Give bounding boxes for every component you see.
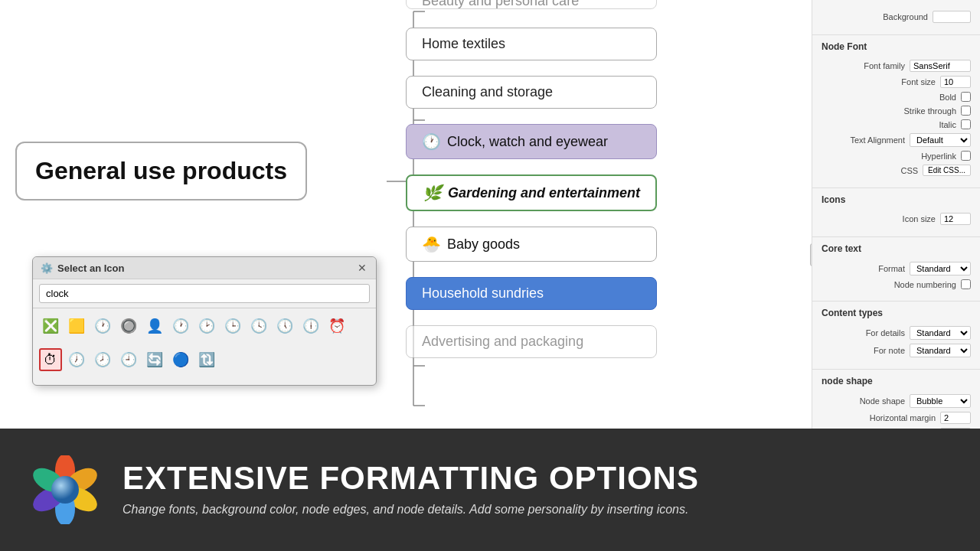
gardening-icon: 🌿 <box>423 184 442 202</box>
horizontal-margin-label: Horizontal margin <box>822 413 936 422</box>
icon-cell-11[interactable]: ⏰ <box>325 315 348 337</box>
icon-cell-7[interactable]: 🕒 <box>221 315 244 337</box>
node-numbering-label: Node numbering <box>822 280 956 289</box>
baby-node[interactable]: 🐣 Baby goods <box>406 227 657 262</box>
node-shape-select[interactable]: Bubble <box>910 394 971 408</box>
advertising-label: Advertising and packaging <box>422 334 583 350</box>
font-size-input[interactable] <box>940 76 971 88</box>
background-section: Background <box>812 6 980 31</box>
icon-cell-0[interactable]: ❎ <box>39 315 62 337</box>
icon-cell-18[interactable]: 🔃 <box>195 348 218 371</box>
home-textiles-node[interactable]: Home textiles <box>406 28 657 60</box>
icon-cell-15[interactable]: 🕘 <box>117 348 140 371</box>
baby-label: Baby goods <box>447 236 520 253</box>
font-size-label: Font size <box>822 77 936 86</box>
hyperlink-label: Hyperlink <box>822 152 956 161</box>
icon-cell-3[interactable]: 🔘 <box>117 315 140 337</box>
edit-css-button[interactable]: Edit CSS... <box>923 165 971 176</box>
icon-cell-2[interactable]: 🕐 <box>91 315 114 337</box>
icon-cell-5[interactable]: 🕐 <box>169 315 192 337</box>
icon-cell-4[interactable]: 👤 <box>143 315 166 337</box>
dialog-titlebar: ⚙️ Select an Icon ✕ <box>33 257 376 279</box>
icon-cell-9[interactable]: 🕔 <box>273 315 296 337</box>
italic-row: Italic <box>822 119 971 129</box>
banner-subtitle: Change fonts, background color, node edg… <box>122 500 949 519</box>
nodes-container: Beauty and personal care Home textiles C… <box>406 0 657 358</box>
dialog-icons-grid: ❎ 🟨 🕐 🔘 👤 🕐 🕑 🕒 🕓 🕔 🕕 ⏰ ⏱ 🕖 🕗 🕘 🔄 🔵 🔃 <box>33 308 376 385</box>
clock-node[interactable]: 🕐 Clock, watch and eyewear <box>406 124 657 159</box>
font-family-input[interactable] <box>910 60 971 72</box>
font-family-row: Font family <box>822 60 971 72</box>
icon-cell-1[interactable]: 🟨 <box>65 315 88 337</box>
text-alignment-row: Text Alignment Default <box>822 133 971 147</box>
bold-label: Bold <box>822 93 956 102</box>
for-note-row: For note Standard <box>822 344 971 357</box>
for-note-select[interactable]: Standard <box>910 344 971 357</box>
node-shape-label: Node shape <box>822 396 905 406</box>
hyperlink-row: Hyperlink <box>822 151 971 161</box>
strikethrough-label: Strike through <box>822 106 956 116</box>
gardening-label: Gardening and entertainment <box>448 185 640 201</box>
household-node[interactable]: Household sundries <box>406 277 657 310</box>
icon-search-input[interactable] <box>39 284 370 303</box>
icon-cell-6[interactable]: 🕑 <box>195 315 218 337</box>
root-node-label: General use products <box>35 157 287 184</box>
icon-cell-17[interactable]: 🔵 <box>169 348 192 371</box>
icons-header: Icons <box>812 187 980 208</box>
beauty-node[interactable]: Beauty and personal care <box>406 0 657 9</box>
right-panel: Background Node Font Font family Font si… <box>812 0 980 429</box>
bottom-banner: EXTENSIVE FORMATTING OPTIONS Change font… <box>0 429 980 551</box>
for-details-label: For details <box>822 328 905 337</box>
bold-checkbox[interactable] <box>961 92 971 102</box>
icons-section: Icon size <box>812 208 980 233</box>
node-shape-row: Node shape Bubble <box>822 394 971 408</box>
font-family-label: Font family <box>822 61 905 70</box>
node-numbering-row: Node numbering <box>822 279 971 289</box>
beauty-node-label: Beauty and personal care <box>422 0 579 9</box>
text-alignment-select[interactable]: Default <box>910 133 971 147</box>
horizontal-margin-row: Horizontal margin <box>822 412 971 424</box>
baby-icon: 🐣 <box>422 235 441 253</box>
background-row: Background <box>822 11 971 23</box>
core-text-section: Format Standard Node numbering <box>812 257 980 298</box>
core-text-header: Core text <box>812 236 980 257</box>
hyperlink-checkbox[interactable] <box>961 151 971 161</box>
italic-checkbox[interactable] <box>961 119 971 129</box>
advertising-node[interactable]: Advertising and packaging <box>406 325 657 358</box>
dialog-close-button[interactable]: ✕ <box>356 262 368 274</box>
svg-point-16 <box>51 476 79 504</box>
root-node[interactable]: General use products <box>15 142 307 201</box>
for-details-select[interactable]: Standard <box>910 326 971 340</box>
font-size-row: Font size <box>822 76 971 88</box>
icon-cell-12[interactable]: ⏱ <box>39 348 62 371</box>
icon-cell-14[interactable]: 🕗 <box>91 348 114 371</box>
node-shape-section: Node shape Bubble Horizontal margin Vert… <box>812 390 980 429</box>
horizontal-margin-input[interactable] <box>940 412 971 424</box>
icon-cell-8[interactable]: 🕓 <box>247 315 270 337</box>
css-row: CSS Edit CSS... <box>822 165 971 176</box>
node-font-section: Font family Font size Bold Strike throug… <box>812 55 980 184</box>
for-details-row: For details Standard <box>822 326 971 340</box>
dialog-title-left: ⚙️ Select an Icon <box>41 262 124 274</box>
format-select[interactable]: Standard <box>910 262 971 276</box>
node-shape-header: node shape <box>812 369 980 390</box>
icon-cell-16[interactable]: 🔄 <box>143 348 166 371</box>
clock-icon: 🕐 <box>422 132 441 151</box>
dialog-title: Select an Icon <box>57 262 124 274</box>
panel-expand-button[interactable]: ◀ <box>810 243 812 266</box>
bold-row: Bold <box>822 92 971 102</box>
home-textiles-label: Home textiles <box>422 36 505 52</box>
node-numbering-checkbox[interactable] <box>961 279 971 289</box>
cleaning-node[interactable]: Cleaning and storage <box>406 76 657 109</box>
logo-svg <box>31 455 100 524</box>
banner-title: EXTENSIVE FORMATTING OPTIONS <box>122 461 949 496</box>
icon-cell-13[interactable]: 🕖 <box>65 348 88 371</box>
household-label: Household sundries <box>422 285 544 302</box>
background-input[interactable] <box>933 11 971 23</box>
icon-cell-10[interactable]: 🕕 <box>299 315 322 337</box>
content-types-section: For details Standard For note Standard <box>812 321 980 366</box>
gardening-node[interactable]: 🌿 Gardening and entertainment <box>406 174 657 211</box>
icon-size-input[interactable] <box>940 213 971 225</box>
node-font-header: Node Font <box>812 34 980 55</box>
strikethrough-checkbox[interactable] <box>961 106 971 116</box>
